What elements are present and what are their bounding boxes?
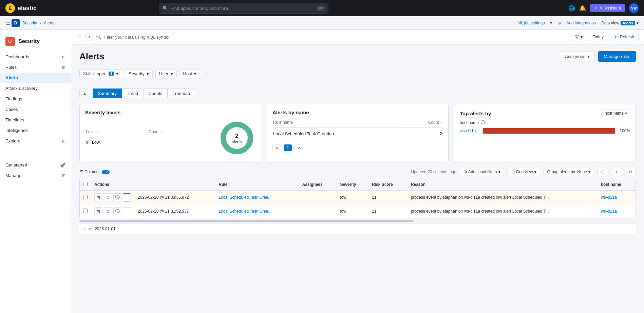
status-chevron-icon: ▾ xyxy=(116,71,118,76)
select-all-checkbox[interactable] xyxy=(83,182,88,186)
settings-button[interactable]: ⚙ xyxy=(625,168,636,176)
sort-down-icon[interactable]: ↓ xyxy=(161,130,163,134)
status-filter[interactable]: Status open 1 ▾ xyxy=(79,69,122,78)
filter-collapse-button[interactable]: ≡ xyxy=(77,33,82,41)
sidebar-item-attack-discovery[interactable]: Attack discovery xyxy=(0,83,71,94)
rocket-icon: 🚀 xyxy=(60,162,65,168)
filter-add-button[interactable]: + xyxy=(85,33,93,41)
tab-trend[interactable]: Trend xyxy=(122,89,143,98)
breadcrumb-current: Alerts xyxy=(44,21,54,25)
row-severity-1: low xyxy=(337,190,368,204)
alerts-nav-label: Alerts xyxy=(5,75,18,80)
row-checkbox-1[interactable] xyxy=(80,190,91,204)
bar-container xyxy=(483,128,615,134)
next-page-button[interactable]: > xyxy=(295,144,303,151)
elastic-logo[interactable]: E elastic xyxy=(5,3,37,13)
assignees-header: Assignees xyxy=(299,179,337,191)
count-sort-icon[interactable]: ↓ xyxy=(440,120,442,125)
sidebar-item-explore[interactable]: Explore ⊞ xyxy=(0,136,71,146)
tab-treemap[interactable]: Treemap xyxy=(168,89,195,98)
sidebar-item-dashboards[interactable]: Dashboards ⊞ xyxy=(0,52,71,62)
alerts-badge[interactable]: Alerts xyxy=(621,21,635,25)
sidebar-item-cases[interactable]: Cases xyxy=(0,104,71,115)
row-rule-1[interactable]: Local Scheduled Task Crea... xyxy=(215,190,299,204)
tab-summary[interactable]: Summary xyxy=(93,89,122,98)
severity-filter[interactable]: Severity ▾ xyxy=(125,69,153,78)
filter-bar-right: 📅 ▾ Today ↻ Refresh xyxy=(571,33,639,41)
row-checkbox-2[interactable] xyxy=(80,204,91,218)
investigate-icon[interactable]: ⊙ xyxy=(104,193,112,201)
globe-icon[interactable]: 🌐 xyxy=(568,5,575,12)
today-button[interactable]: Today xyxy=(589,33,607,41)
hamburger-icon[interactable]: ☰ xyxy=(5,20,10,26)
ai-assistant-label: AI Assistant xyxy=(600,6,621,11)
donut-chart: 2 alerts xyxy=(218,119,255,157)
additional-filters-chevron: ▾ xyxy=(498,170,500,174)
alerts-chevron-icon[interactable]: ▾ xyxy=(637,21,639,25)
more-actions-icon[interactable]: ⋯ xyxy=(123,193,131,201)
tab-counts[interactable]: Counts xyxy=(143,89,167,98)
alert-filter-row: Status open 1 ▾ Severity ▾ User ▾ Host ▾ xyxy=(79,69,636,83)
manage-rules-button[interactable]: Manage rules xyxy=(598,51,636,62)
sidebar-item-rules[interactable]: Rules ⊞ xyxy=(0,62,71,73)
date-group-row: + ☆ 2025-01-01 xyxy=(79,223,636,234)
security-logo: 🛡 xyxy=(5,37,15,46)
bell-icon[interactable]: 🔔 xyxy=(579,5,586,12)
sidebar-item-findings[interactable]: Findings xyxy=(0,94,71,104)
select-all-header xyxy=(80,179,91,191)
sidebar-item-alerts[interactable]: Alerts xyxy=(0,73,71,83)
explore-label: Explore xyxy=(5,138,20,143)
columns-count-badge: 12 xyxy=(102,170,110,174)
ai-assistant-button[interactable]: ✦ AI Assistant xyxy=(590,4,625,12)
main-layout: 🛡 Security Dashboards ⊞ Rules ⊞ Alerts A… xyxy=(0,30,644,313)
horizontal-scrollbar[interactable] xyxy=(79,220,636,222)
cases-label: Cases xyxy=(5,107,18,112)
comment-icon[interactable]: 💬 xyxy=(113,193,121,201)
breadcrumb-security[interactable]: Security xyxy=(22,21,37,25)
row-risk-1: 21 xyxy=(368,190,408,204)
group-alerts-button[interactable]: Group alerts by: None ▾ xyxy=(544,168,594,176)
alerts-by-name-row: Local Scheduled Task Creation 2 xyxy=(273,129,442,139)
sort-button[interactable]: ↕ xyxy=(612,168,621,176)
row-actions-2: ⬔ ⊙ 💬 ⋯ xyxy=(91,204,134,218)
sidebar-item-timelines[interactable]: Timelines xyxy=(0,115,71,125)
host-filter[interactable]: Host ▾ xyxy=(179,69,201,78)
sidebar-item-get-started[interactable]: Get started 🚀 xyxy=(0,160,71,170)
comment-icon-2[interactable]: 💬 xyxy=(113,207,121,215)
assignees-button[interactable]: Assignees ▾ xyxy=(560,52,595,61)
expand-icon[interactable]: ⬔ xyxy=(94,193,102,201)
page-header: Alerts Assignees ▾ Manage rules xyxy=(79,51,636,62)
kql-filter-input[interactable]: 🔍 Filter your data using KQL syntax xyxy=(96,35,568,40)
more-actions-icon-2[interactable]: ⋯ xyxy=(123,207,131,215)
info-icon[interactable]: ⓘ xyxy=(481,120,485,125)
count-col-header: Count ↓ xyxy=(149,130,211,137)
severity-card-content: Levels Count ↓ xyxy=(85,119,255,157)
user-avatar[interactable]: SW xyxy=(629,3,639,13)
top-alerts-dropdown[interactable]: host.name ▾ xyxy=(602,110,630,117)
prev-page-button[interactable]: < xyxy=(272,144,281,151)
columns-button[interactable]: ☰ Columns 12 xyxy=(79,170,110,174)
collapse-panel-button[interactable]: ▲ xyxy=(79,89,90,98)
add-integrations-link[interactable]: Add integrations xyxy=(566,21,596,25)
more-filters-icon[interactable]: ⋯ xyxy=(203,69,212,79)
date-group-add-icon[interactable]: + xyxy=(83,226,86,232)
fields-view-button[interactable]: ⊟ xyxy=(598,168,608,176)
search-placeholder-text: Find apps, content, and more. xyxy=(171,6,229,11)
grid-view-button[interactable]: ⊞ Grid view ▾ xyxy=(508,168,540,176)
row-rule-2[interactable]: Local Scheduled Task Crea... xyxy=(215,204,299,218)
sidebar-item-manage[interactable]: Manage ⊞ xyxy=(0,170,71,181)
date-group-star-icon[interactable]: ☆ xyxy=(88,227,92,231)
top-nav: E elastic 🔍 Find apps, content, and more… xyxy=(0,0,644,16)
user-filter[interactable]: User ▾ xyxy=(155,69,176,78)
row-hostname-2[interactable]: ws-cl11a xyxy=(598,204,636,218)
expand-icon-2[interactable]: ⬔ xyxy=(94,207,102,215)
global-search[interactable]: 🔍 Find apps, content, and more. ⌘/ xyxy=(159,3,328,14)
bar-label[interactable]: ws-cl11a xyxy=(460,129,480,133)
row-hostname-1[interactable]: ws-cl11a xyxy=(598,190,636,204)
investigate-icon-2[interactable]: ⊙ xyxy=(104,207,112,215)
sidebar-item-intelligence[interactable]: Intelligence xyxy=(0,125,71,136)
calendar-icon[interactable]: 📅 ▾ xyxy=(571,33,586,41)
refresh-button[interactable]: ↻ Refresh xyxy=(610,33,639,41)
additional-filters-button[interactable]: ⊞ Additional filters ▾ xyxy=(460,168,504,176)
ml-job-settings-link[interactable]: ML job settings xyxy=(517,21,545,25)
